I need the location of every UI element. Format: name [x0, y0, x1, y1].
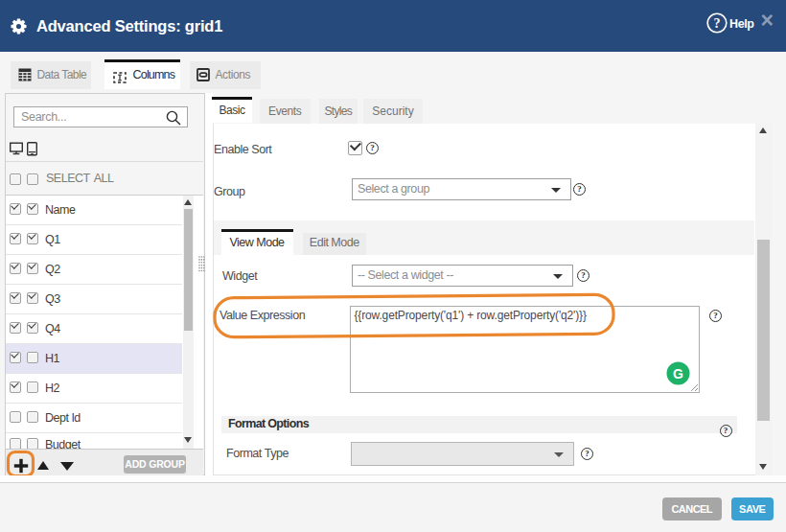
svg-text:?: ? [713, 16, 720, 31]
svg-text:G: G [673, 366, 683, 382]
